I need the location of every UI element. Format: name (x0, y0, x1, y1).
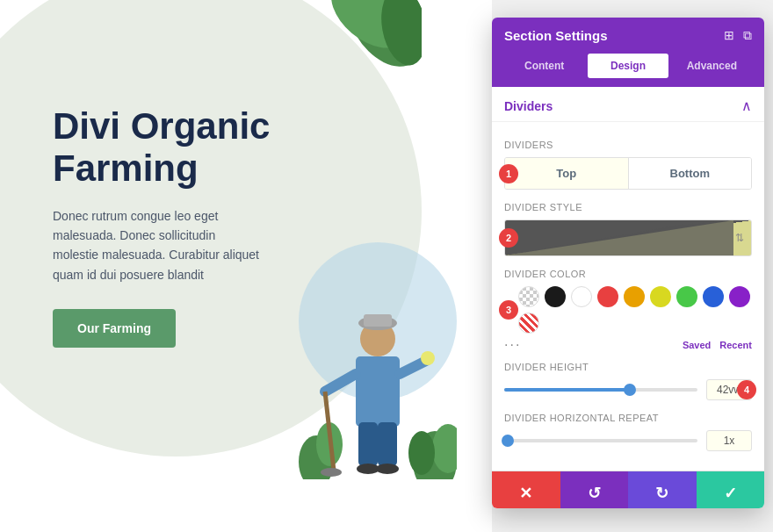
color-swatch-yellow[interactable] (650, 286, 671, 307)
badge-2: 2 (499, 228, 518, 248)
divider-color-label: Divider Color (504, 269, 752, 279)
dividers-section-label: Dividers (504, 99, 553, 113)
divider-height-label: Divider Height (504, 362, 752, 372)
cancel-button[interactable]: ✕ (492, 471, 560, 508)
svg-point-13 (321, 468, 342, 477)
panel-expand-icon[interactable]: ⧉ (743, 28, 752, 43)
svg-rect-9 (364, 314, 392, 327)
color-swatches-wrapper: 3 (504, 286, 752, 334)
badge-3: 3 (499, 300, 518, 320)
preview-content: Divi Organic Farming Donec rutrum congue… (53, 105, 270, 348)
top-bottom-toggle: Top Bottom (504, 157, 752, 190)
divider-height-thumb[interactable] (624, 384, 636, 396)
divider-style-selector[interactable]: ⇅ (504, 219, 752, 256)
panel-title: Section Settings (504, 28, 608, 43)
svg-point-18 (421, 351, 435, 365)
svg-rect-15 (378, 422, 397, 466)
redo-button[interactable]: ↻ (628, 471, 697, 508)
divider-height-value: 4 42vw (706, 379, 752, 400)
panel-grid-icon[interactable]: ⊞ (724, 28, 734, 43)
leaf-decoration-top (316, 0, 422, 88)
farmer-illustration (299, 216, 474, 497)
divider-style-arrow-icon: ⇅ (735, 232, 744, 244)
panel-header-icons: ⊞ ⧉ (724, 28, 752, 43)
dividers-section-header[interactable]: Dividers ∧ (492, 87, 764, 122)
tab-design[interactable]: Design (588, 54, 668, 78)
top-bottom-toggle-wrapper: 1 Top Bottom (504, 157, 752, 190)
preview-area: Divi Organic Farming Donec rutrum congue… (0, 0, 492, 532)
svg-rect-14 (358, 422, 378, 466)
preview-cta-button[interactable]: Our Farming (53, 309, 176, 348)
dividers-field-label: Dividers (504, 140, 752, 150)
divider-height-fill (504, 388, 630, 392)
svg-rect-6 (356, 356, 400, 427)
badge-1: 1 (499, 164, 518, 183)
preview-title: Divi Organic Farming (53, 105, 270, 191)
tab-content[interactable]: Content (504, 54, 584, 78)
recent-colors-link[interactable]: Recent (719, 340, 752, 350)
tab-advanced[interactable]: Advanced (672, 54, 752, 78)
toggle-top-button[interactable]: Top (505, 158, 628, 189)
divider-style-label: Divider Style (504, 202, 752, 212)
divider-repeat-track[interactable] (504, 439, 697, 442)
badge-4: 4 (737, 380, 756, 399)
color-action-links: Saved Recent (683, 340, 752, 350)
color-swatch-green[interactable] (676, 286, 697, 307)
color-swatch-striped[interactable] (518, 313, 539, 334)
panel-tabs: Content Design Advanced (492, 54, 764, 87)
divider-height-track[interactable] (504, 388, 697, 392)
settings-panel: Section Settings ⊞ ⧉ Content Design Adva… (492, 18, 764, 508)
action-bar: ✕ ↺ ↻ ✓ (492, 471, 764, 508)
panel-header: Section Settings ⊞ ⧉ (492, 18, 764, 54)
color-actions-row: ··· Saved Recent (504, 337, 752, 353)
divider-repeat-row: 1x (504, 430, 752, 451)
color-swatch-white[interactable] (571, 286, 592, 307)
color-swatch-black[interactable] (545, 286, 566, 307)
color-swatch-purple[interactable] (729, 286, 750, 307)
color-swatch-blue[interactable] (703, 286, 724, 307)
svg-point-21 (408, 431, 435, 475)
divider-repeat-label: Divider Horizontal Repeat (504, 413, 752, 423)
dividers-content: Dividers 1 Top Bottom Divider Style 2 (492, 122, 764, 471)
dividers-chevron-icon: ∧ (741, 97, 752, 114)
toggle-bottom-button[interactable]: Bottom (629, 158, 752, 189)
color-swatch-orange[interactable] (624, 286, 645, 307)
save-button[interactable]: ✓ (697, 471, 765, 508)
color-swatch-red[interactable] (597, 286, 618, 307)
svg-point-17 (376, 464, 399, 474)
color-swatch-transparent[interactable] (518, 286, 539, 307)
saved-colors-link[interactable]: Saved (683, 340, 711, 350)
divider-repeat-value: 1x (706, 430, 752, 451)
undo-button[interactable]: ↺ (560, 471, 629, 508)
color-swatches-row (504, 286, 752, 334)
svg-marker-24 (505, 220, 733, 255)
divider-style-wrapper: 2 ⇅ (504, 219, 752, 256)
divider-repeat-thumb[interactable] (502, 435, 514, 447)
divider-height-row: 4 42vw (504, 379, 752, 400)
more-colors-button[interactable]: ··· (504, 337, 521, 353)
panel-body: Dividers ∧ Dividers 1 Top Bottom Divider… (492, 87, 764, 508)
preview-description: Donec rutrum congue leo eget malesuada. … (53, 206, 264, 285)
